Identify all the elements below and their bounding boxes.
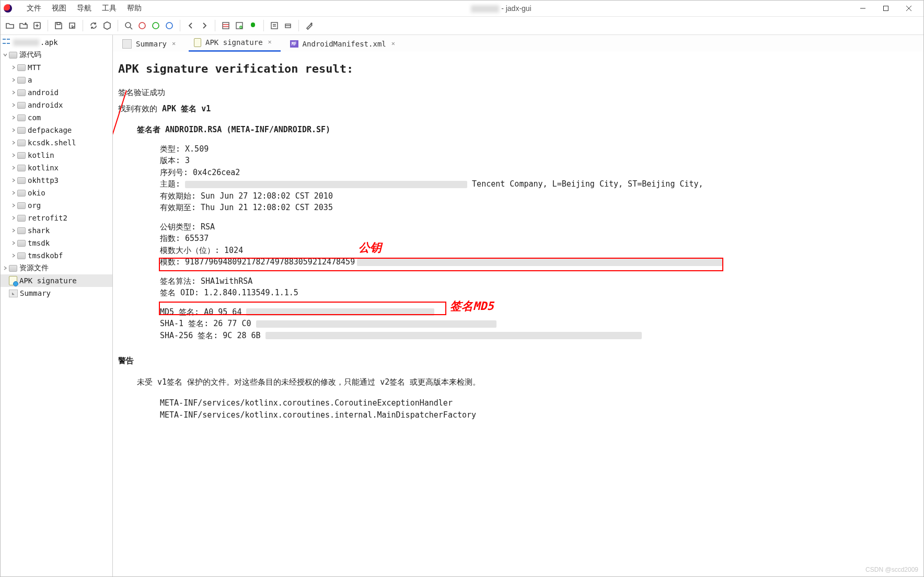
menu-view[interactable]: 视图: [47, 3, 72, 14]
folder-icon: [17, 64, 26, 71]
tree-resources[interactable]: 资源文件: [1, 262, 112, 274]
chevron-right-icon[interactable]: [10, 101, 17, 109]
folder-icon: [9, 52, 17, 59]
chevron-right-icon[interactable]: [10, 89, 17, 96]
tree-package[interactable]: androidx: [1, 99, 112, 111]
tree-package-label: tmsdk: [28, 239, 50, 247]
memory-icon[interactable]: [282, 19, 294, 32]
settings-cube-icon[interactable]: [101, 19, 113, 32]
export-icon[interactable]: [66, 19, 78, 32]
tab-label: APK signature: [205, 38, 263, 47]
svg-line-17: [113, 90, 126, 305]
tree-package[interactable]: retrofit2: [1, 212, 112, 224]
tree-package[interactable]: a: [1, 74, 112, 86]
folder-icon: [17, 177, 26, 184]
close-icon[interactable]: ✕: [391, 40, 399, 48]
chevron-right-icon[interactable]: [10, 214, 17, 222]
svg-rect-14: [271, 22, 278, 29]
summary-icon: [122, 39, 132, 49]
project-tree[interactable]: .apk 源代码 MTTaandroidandroidxcomdefpackag…: [1, 35, 113, 576]
warning-text: 未受 v1签名 保护的文件。对这些条目的未经授权的修改，只能通过 v2签名 或更…: [137, 376, 918, 388]
tree-package[interactable]: kotlin: [1, 149, 112, 161]
menu-help[interactable]: 帮助: [122, 3, 147, 14]
tree-package[interactable]: org: [1, 199, 112, 212]
search-icon[interactable]: [122, 19, 135, 32]
chevron-right-icon[interactable]: [2, 264, 9, 272]
tree-package-label: retrofit2: [28, 214, 67, 222]
tree-package[interactable]: okio: [1, 187, 112, 199]
page-title: APK signature verification result:: [118, 60, 918, 77]
minimize-button[interactable]: [851, 1, 874, 16]
menu-nav[interactable]: 导航: [72, 3, 97, 14]
chevron-right-icon[interactable]: [10, 139, 17, 146]
chevron-down-icon[interactable]: [2, 51, 9, 59]
new-project-icon[interactable]: [31, 19, 43, 32]
close-button[interactable]: [897, 1, 920, 16]
search-field-icon[interactable]: [163, 19, 176, 32]
content-area: Summary ✕ APK signature ✕ MF AndroidMani…: [113, 35, 923, 576]
tree-package[interactable]: com: [1, 111, 112, 124]
tree-package[interactable]: kotlinx: [1, 161, 112, 174]
tree-package[interactable]: defpackage: [1, 124, 112, 136]
apk-icon: [2, 38, 11, 47]
warning-files: META-INF/services/kotlinx.coroutines.Cor…: [160, 397, 918, 421]
add-files-icon[interactable]: [17, 19, 30, 32]
svg-point-9: [153, 22, 159, 29]
tree-root[interactable]: .apk: [1, 36, 112, 49]
chevron-right-icon[interactable]: [10, 177, 17, 184]
tree-package[interactable]: shark: [1, 224, 112, 237]
quark-icon[interactable]: [233, 19, 246, 32]
folder-icon: [17, 102, 26, 109]
chevron-right-icon[interactable]: [10, 64, 17, 71]
open-file-icon[interactable]: [4, 19, 16, 32]
tree-package[interactable]: okhttp3: [1, 174, 112, 187]
chevron-right-icon[interactable]: [10, 239, 17, 247]
chevron-right-icon[interactable]: [10, 189, 17, 197]
forward-icon[interactable]: [198, 19, 211, 32]
tree-package[interactable]: MTT: [1, 61, 112, 74]
tree-package[interactable]: tmsdkobf: [1, 249, 112, 262]
back-icon[interactable]: [184, 19, 197, 32]
titlebar: 文件 视图 导航 工具 帮助 - jadx-gui: [1, 1, 923, 17]
chevron-right-icon[interactable]: [10, 164, 17, 171]
close-icon[interactable]: ✕: [268, 39, 275, 46]
chevron-right-icon[interactable]: [10, 76, 17, 84]
certificate-icon: [9, 276, 17, 285]
search-method-icon[interactable]: [149, 19, 162, 32]
tree-package-label: tmsdkobf: [28, 251, 63, 260]
folder-icon: [17, 227, 26, 234]
menu-tools[interactable]: 工具: [97, 3, 122, 14]
search-class-icon[interactable]: [136, 19, 148, 32]
tab-manifest[interactable]: MF AndroidManifest.xml ✕: [285, 36, 404, 52]
tree-apk-signature[interactable]: APK signature: [1, 274, 112, 287]
chevron-right-icon[interactable]: [10, 202, 17, 209]
folder-icon: [17, 240, 26, 247]
sync-icon[interactable]: [87, 19, 100, 32]
folder-icon: [17, 140, 26, 146]
save-icon[interactable]: [52, 19, 65, 32]
chevron-right-icon[interactable]: [10, 152, 17, 159]
tree-source-root[interactable]: 源代码: [1, 49, 112, 61]
chevron-right-icon[interactable]: [10, 227, 17, 234]
tab-label: AndroidManifest.xml: [303, 40, 386, 48]
preferences-icon[interactable]: [303, 19, 316, 32]
tree-package[interactable]: android: [1, 86, 112, 99]
goto-line-icon[interactable]: [220, 19, 232, 32]
menu-file[interactable]: 文件: [21, 3, 47, 14]
folder-icon: [17, 202, 26, 209]
chevron-right-icon[interactable]: [10, 114, 17, 121]
tree-root-label: .apk: [40, 38, 58, 47]
log-icon[interactable]: [268, 19, 281, 32]
tree-summary[interactable]: Summary: [1, 287, 112, 299]
maximize-button[interactable]: [874, 1, 897, 16]
chevron-right-icon[interactable]: [10, 252, 17, 259]
tree-package[interactable]: kcsdk.shell: [1, 136, 112, 149]
tab-summary[interactable]: Summary ✕: [117, 36, 184, 52]
tab-apk-signature[interactable]: APK signature ✕: [189, 34, 281, 52]
chevron-right-icon[interactable]: [10, 126, 17, 134]
tree-package[interactable]: tmsdk: [1, 237, 112, 249]
deobfuscate-icon[interactable]: [247, 19, 259, 32]
folder-icon: [17, 89, 26, 96]
manifest-icon: MF: [290, 40, 298, 48]
close-icon[interactable]: ✕: [172, 40, 179, 48]
